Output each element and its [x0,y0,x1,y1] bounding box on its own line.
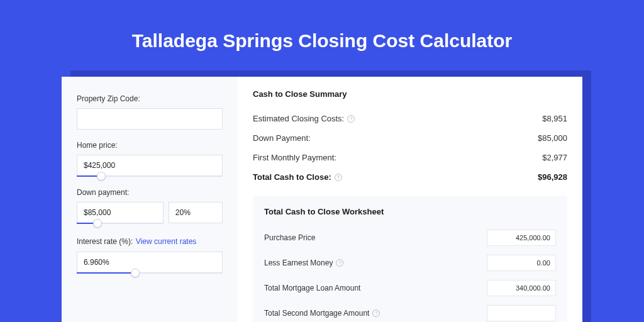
worksheet-row-earnest-money: Less Earnest Money ? [264,250,556,275]
summary-row-first-monthly: First Monthly Payment: $2,977 [253,148,567,167]
interest-label: Interest rate (%): [77,237,133,246]
worksheet-label: Total Mortgage Loan Amount [264,284,360,292]
down-payment-label: Down payment: [77,188,223,197]
summary-value: $85,000 [538,133,567,143]
worksheet-label: Less Earnest Money [264,258,333,267]
down-payment-slider-thumb[interactable] [93,219,102,228]
summary-value: $8,951 [542,114,567,123]
home-price-slider[interactable] [77,175,223,177]
worksheet-row-loan-amount: Total Mortgage Loan Amount [264,275,556,301]
worksheet-panel: Total Cash to Close Worksheet Purchase P… [253,196,567,322]
summary-total-value: $96,928 [538,172,567,182]
summary-total-label: Total Cash to Close: [253,172,331,182]
help-icon[interactable]: ? [347,115,355,123]
interest-slider[interactable] [77,272,223,274]
interest-group: Interest rate (%): View current rates [77,235,223,274]
zip-input[interactable] [77,108,223,130]
worksheet-row-purchase-price: Purchase Price [264,225,556,250]
calculator-card: Property Zip Code: Home price: Down paym… [62,77,582,322]
inputs-sidebar: Property Zip Code: Home price: Down paym… [62,77,238,322]
summary-value: $2,977 [542,153,567,162]
down-payment-pct-input[interactable] [169,202,223,223]
summary-row-total: Total Cash to Close: ? $96,928 [253,167,567,187]
home-price-group: Home price: [77,141,223,177]
results-panel: Cash to Close Summary Estimated Closing … [238,77,582,322]
summary-label-text: Down Payment: [253,133,311,143]
down-payment-slider[interactable] [77,223,164,224]
help-icon[interactable]: ? [336,259,343,267]
down-payment-group: Down payment: [77,188,223,224]
down-payment-input[interactable] [77,202,164,223]
interest-slider-fill [77,272,135,274]
summary-label-text: First Monthly Payment: [253,153,336,162]
page-title: Talladega Springs Closing Cost Calculato… [0,0,644,67]
worksheet-title: Total Cash to Close Worksheet [264,207,556,216]
worksheet-label: Total Second Mortgage Amount [264,309,369,318]
help-icon[interactable]: ? [335,174,342,181]
summary-title: Cash to Close Summary [253,89,567,99]
worksheet-input-earnest-money[interactable] [487,255,556,271]
summary-label-text: Estimated Closing Costs: [253,114,344,123]
help-icon[interactable]: ? [372,309,380,317]
home-price-slider-thumb[interactable] [97,172,106,180]
zip-label: Property Zip Code: [77,94,223,103]
view-rates-link[interactable]: View current rates [136,237,197,246]
zip-group: Property Zip Code: [77,94,223,130]
home-price-label: Home price: [77,141,223,150]
interest-input[interactable] [77,252,223,273]
worksheet-input-purchase-price[interactable] [487,230,556,246]
summary-row-closing-costs: Estimated Closing Costs: ? $8,951 [253,109,567,128]
interest-slider-thumb[interactable] [131,269,140,277]
worksheet-input-loan-amount[interactable] [487,280,556,296]
worksheet-input-second-mortgage[interactable] [487,305,556,321]
worksheet-row-second-mortgage: Total Second Mortgage Amount ? [264,301,556,322]
summary-row-down-payment: Down Payment: $85,000 [253,128,567,148]
worksheet-label: Purchase Price [264,233,315,242]
